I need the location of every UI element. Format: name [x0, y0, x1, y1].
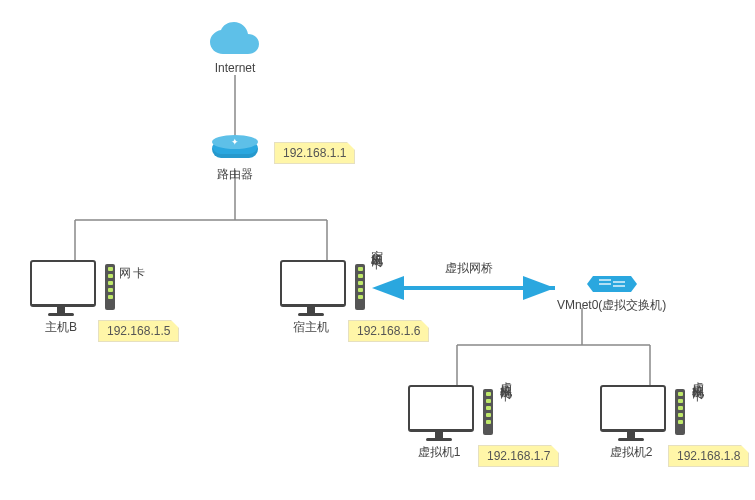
- router-label: 路由器: [212, 166, 258, 183]
- vm1-nic-icon: [483, 389, 493, 435]
- router-ip: 192.168.1.1: [274, 142, 355, 164]
- cloud-icon: [205, 22, 265, 58]
- hostB-ip: 192.168.1.5: [98, 320, 179, 342]
- monitor-icon: [408, 385, 470, 441]
- hostB-label: 主机B: [30, 319, 92, 336]
- hostB-nic-icon: [105, 264, 115, 310]
- vm1-ip: 192.168.1.7: [478, 445, 559, 467]
- hostB-nic-label: 网卡: [119, 265, 147, 282]
- node-vm1: 虚拟机1: [408, 385, 470, 461]
- vm2-ip: 192.168.1.8: [668, 445, 749, 467]
- monitor-icon: [280, 260, 342, 316]
- host-ip: 192.168.1.6: [348, 320, 429, 342]
- host-label: 宿主机: [280, 319, 342, 336]
- switch-icon: [587, 272, 637, 294]
- vm2-nic-icon: [675, 389, 685, 435]
- monitor-icon: [30, 260, 92, 316]
- host-nic-icon: [355, 264, 365, 310]
- host-nic-label: 宿主机网卡: [368, 240, 385, 250]
- node-vm2: 虚拟机2: [600, 385, 662, 461]
- router-icon: ✦: [212, 140, 258, 158]
- node-internet: Internet: [205, 22, 265, 75]
- node-vswitch: VMnet0(虚拟交换机): [557, 272, 666, 314]
- monitor-icon: [600, 385, 662, 441]
- node-router: ✦ 路由器: [212, 140, 258, 183]
- node-hostB: 主机B: [30, 260, 92, 336]
- vm2-nic-label: 虚拟机网卡: [689, 372, 706, 382]
- vswitch-label: VMnet0(虚拟交换机): [557, 297, 666, 314]
- node-host: 宿主机: [280, 260, 342, 336]
- vm2-label: 虚拟机2: [600, 444, 662, 461]
- vm1-nic-label: 虚拟机网卡: [497, 372, 514, 382]
- internet-label: Internet: [205, 61, 265, 75]
- vm1-label: 虚拟机1: [408, 444, 470, 461]
- bridge-label: 虚拟网桥: [445, 260, 493, 277]
- svg-marker-10: [587, 276, 637, 292]
